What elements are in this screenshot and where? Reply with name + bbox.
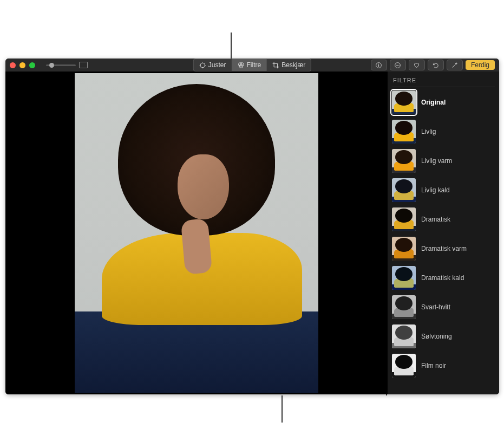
auto-enhance-button[interactable] (447, 60, 463, 70)
done-button-label: Ferdig (471, 61, 489, 69)
filter-thumbnail (392, 354, 416, 378)
filter-label: Film noir (421, 362, 446, 369)
filter-item[interactable]: Dramatisk (392, 207, 495, 231)
filter-label: Dramatisk kald (421, 274, 464, 282)
filter-thumbnail (392, 178, 416, 202)
tab-filters-label: Filtre (247, 61, 261, 69)
toolbar-right: Ferdig (371, 60, 495, 70)
filter-label: Original (421, 99, 446, 106)
ellipsis-circle-icon (394, 62, 401, 69)
window-controls (10, 62, 35, 68)
filter-label: Sølvtoning (421, 333, 452, 340)
tab-adjust[interactable]: Juster (193, 59, 232, 72)
filter-thumbnail (392, 207, 416, 231)
svg-point-8 (399, 64, 400, 65)
filter-item[interactable]: Livlig (392, 120, 495, 144)
filter-thumbnail (392, 295, 416, 319)
filter-thumbnail (392, 266, 416, 290)
info-icon (375, 62, 382, 69)
maximize-button[interactable] (29, 62, 35, 68)
filter-label: Livlig varm (421, 157, 452, 165)
slider-thumb[interactable] (49, 63, 54, 68)
slider-track[interactable] (46, 64, 76, 66)
callout-line (282, 395, 283, 423)
content-area: FILTRE OriginalLivligLivlig varmLivlig k… (5, 72, 499, 394)
crop-icon (272, 62, 279, 69)
callout-line (231, 33, 232, 60)
magic-wand-icon (451, 62, 458, 69)
more-button[interactable] (390, 60, 406, 70)
photo-canvas[interactable] (5, 72, 388, 394)
filter-label: Dramatisk varm (421, 245, 467, 252)
svg-point-7 (397, 64, 398, 65)
filter-label: Dramatisk (421, 216, 450, 223)
filter-item[interactable]: Svart-hvitt (392, 295, 495, 319)
filter-item[interactable]: Sølvtoning (392, 324, 495, 348)
tab-filters[interactable]: Filtre (232, 59, 267, 72)
filter-item[interactable]: Dramatisk varm (392, 237, 495, 261)
filter-label: Livlig (421, 128, 436, 135)
favorite-button[interactable] (409, 60, 425, 70)
titlebar: Juster Filtre Beskjær (5, 59, 499, 72)
filter-item[interactable]: Livlig varm (392, 149, 495, 173)
close-button[interactable] (10, 62, 16, 68)
filter-item[interactable]: Dramatisk kald (392, 266, 495, 290)
edit-mode-tabs: Juster Filtre Beskjær (193, 60, 311, 70)
filters-icon (238, 62, 245, 69)
filter-thumbnail (392, 237, 416, 261)
filter-label: Livlig kald (421, 186, 450, 194)
filter-thumbnail (392, 149, 416, 173)
filter-item[interactable]: Original (392, 90, 495, 114)
svg-point-6 (396, 64, 397, 65)
adjust-icon (199, 62, 206, 69)
rotate-button[interactable] (428, 60, 444, 70)
tab-crop[interactable]: Beskjær (267, 59, 311, 72)
tab-adjust-label: Juster (208, 61, 226, 69)
done-button[interactable]: Ferdig (466, 60, 495, 70)
heart-icon (413, 62, 420, 69)
filter-list: OriginalLivligLivlig varmLivlig kaldDram… (392, 90, 495, 378)
filter-thumbnail (392, 90, 416, 114)
minimize-button[interactable] (19, 62, 25, 68)
main-photo (75, 73, 318, 393)
filter-item[interactable]: Livlig kald (392, 178, 495, 202)
filters-sidebar: FILTRE OriginalLivligLivlig varmLivlig k… (388, 72, 499, 394)
thumbnail-size-icon (79, 62, 88, 68)
filter-item[interactable]: Film noir (392, 354, 495, 378)
filter-thumbnail (392, 324, 416, 348)
filter-label: Svart-hvitt (421, 303, 450, 311)
tab-crop-label: Beskjær (282, 61, 305, 69)
filter-thumbnail (392, 120, 416, 144)
rotate-icon (432, 62, 439, 69)
info-button[interactable] (371, 60, 387, 70)
app-window: Juster Filtre Beskjær (5, 59, 499, 394)
sidebar-title: FILTRE (392, 75, 495, 87)
zoom-slider[interactable] (46, 62, 88, 68)
